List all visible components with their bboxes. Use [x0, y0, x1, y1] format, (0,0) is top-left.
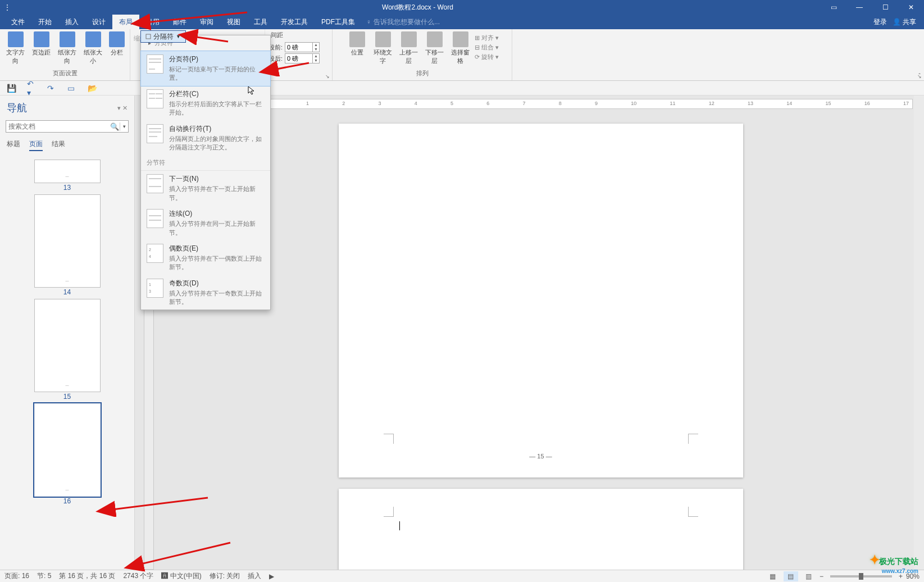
chevron-down-icon: ▼ — [176, 34, 181, 39]
save-icon[interactable]: 💾 — [7, 83, 17, 93]
menu-continuous-section[interactable]: 连续(O)插入分节符并在同一页上开始新节。 — [141, 206, 270, 240]
nav-tab-results[interactable]: 结果 — [52, 139, 65, 151]
view-web-icon[interactable]: ▥ — [802, 571, 816, 581]
collapse-ribbon-icon[interactable]: ˆ — [918, 72, 921, 79]
thumb-page-13[interactable]: — — [35, 160, 100, 183]
menu-next-page-section[interactable]: 下一页(N)插入分节符并在下一页上开始新节。 — [141, 171, 270, 206]
tab-file[interactable]: 文件 — [4, 15, 31, 29]
minimize-icon[interactable]: — — [846, 0, 872, 15]
login-link[interactable]: 登录 — [873, 17, 887, 27]
nav-search-input[interactable] — [6, 122, 109, 130]
search-icon[interactable]: 🔍 — [109, 122, 120, 131]
navigation-title: 导航 — [7, 101, 117, 115]
menu-text-wrap-break[interactable]: 自动换行符(T)分隔网页上的对象周围的文字，如分隔题注文字与正文。 — [141, 121, 270, 156]
tab-devtools[interactable]: 开发工具 — [274, 15, 315, 29]
tell-me-input[interactable]: ♀ 告诉我您想要做什么... — [366, 17, 440, 27]
menu-even-page-section[interactable]: 24 偶数页(E)插入分节符并在下一偶数页上开始新节。 — [141, 240, 270, 275]
menu-page-break[interactable]: 分页符(P)标记一页结束与下一页开始的位置。 — [140, 51, 271, 87]
open-doc-icon[interactable]: 📂 — [88, 83, 98, 93]
status-insert[interactable]: 插入 — [248, 571, 261, 581]
status-page[interactable]: 页面: 16 — [4, 571, 29, 581]
spin-up-icon[interactable]: ▲ — [313, 54, 319, 58]
send-backward-button[interactable]: 下移一层 — [423, 31, 447, 65]
zoom-level[interactable]: 90% — [906, 572, 920, 580]
status-lang[interactable]: 🅰 中文(中国) — [161, 571, 201, 581]
group-button[interactable]: ⊟ 组合 ▾ — [475, 43, 499, 52]
undo-icon[interactable]: ↶ ▾ — [27, 83, 37, 93]
bring-forward-button[interactable]: 上移一层 — [397, 31, 421, 65]
status-macro-icon[interactable]: ▶ — [269, 572, 274, 580]
status-page-of[interactable]: 第 16 页，共 16 页 — [59, 571, 115, 581]
orientation-icon — [60, 31, 75, 47]
thumb-label-14: 14 — [0, 288, 134, 296]
position-icon — [349, 31, 365, 47]
thumb-page-15[interactable]: — — [35, 299, 100, 392]
vertical-scrollbar[interactable] — [914, 96, 924, 570]
spin-up-icon[interactable]: ▲ — [313, 43, 319, 47]
tab-review[interactable]: 审阅 — [193, 15, 220, 29]
breaks-dropdown-button[interactable]: 分隔符 ▼ — [140, 30, 186, 43]
align-button[interactable]: ⊞ 对齐 ▾ — [475, 34, 499, 42]
rotate-button[interactable]: ⟳ 旋转 ▾ — [475, 53, 499, 61]
tab-layout[interactable]: 布局 — [112, 15, 139, 29]
size-button[interactable]: 纸张大小 — [81, 31, 105, 65]
thumb-page-14[interactable]: — — [35, 195, 100, 287]
spacing-before-input[interactable]: ▲▼ — [285, 42, 320, 52]
tab-references[interactable]: 引用 — [139, 15, 166, 29]
view-read-icon[interactable]: ▦ — [766, 571, 780, 581]
page-15[interactable]: — 15 — — [339, 124, 743, 478]
nav-close-icon[interactable]: ▾ ✕ — [117, 104, 128, 112]
selection-pane-button[interactable]: 选择窗格 — [449, 31, 472, 65]
spacing-after-input[interactable]: ▲▼ — [285, 53, 320, 63]
page-thumbnails: — 13 — 14 — 15 — 16 — [0, 153, 134, 570]
spin-down-icon[interactable]: ▼ — [313, 58, 319, 63]
text-direction-button[interactable]: 文字方向 — [4, 31, 28, 65]
nav-tab-headings[interactable]: 标题 — [7, 139, 20, 151]
spin-down-icon[interactable]: ▼ — [313, 47, 319, 52]
columns-button[interactable]: 分栏 — [107, 31, 126, 57]
tab-home[interactable]: 开始 — [31, 15, 58, 29]
status-section[interactable]: 节: 5 — [37, 571, 51, 581]
tab-tools[interactable]: 工具 — [247, 15, 274, 29]
wrap-text-button[interactable]: 环绕文字 — [371, 31, 395, 65]
share-icon: 👤 — [893, 18, 901, 26]
zoom-slider[interactable] — [830, 575, 892, 578]
group-page-setup-label: 页面设置 — [53, 69, 78, 78]
paragraph-launcher[interactable]: ↘ — [324, 72, 331, 79]
page-16[interactable] — [339, 489, 743, 570]
continuous-icon — [147, 209, 163, 228]
selection-pane-icon — [453, 31, 468, 47]
even-page-icon: 24 — [147, 244, 163, 263]
horizontal-ruler[interactable]: 3211234567891011121314151617 — [161, 99, 913, 109]
menu-column-break[interactable]: 分栏符(C)指示分栏符后面的文字将从下一栏开始。 — [141, 86, 270, 121]
close-icon[interactable]: ✕ — [898, 0, 924, 15]
status-word-count[interactable]: 2743 个字 — [123, 571, 153, 581]
tab-design[interactable]: 设计 — [85, 15, 112, 29]
nav-tab-pages[interactable]: 页面 — [29, 139, 43, 151]
next-page-icon — [147, 174, 163, 193]
share-button[interactable]: 👤共享 — [893, 17, 916, 27]
nav-search-box[interactable]: 🔍 ▾ — [6, 120, 129, 133]
margins-button[interactable]: 页边距 — [30, 31, 53, 57]
search-dropdown-icon[interactable]: ▾ — [120, 124, 128, 129]
new-doc-icon[interactable]: ▭ — [67, 83, 78, 93]
status-track[interactable]: 修订: 关闭 — [210, 571, 240, 581]
tab-view[interactable]: 视图 — [220, 15, 247, 29]
menu-odd-page-section[interactable]: 13 奇数页(D)插入分节符并在下一奇数页上开始新节。 — [141, 275, 270, 310]
text-wrap-break-icon — [147, 124, 163, 143]
page-footer-15: — 15 — — [339, 453, 743, 460]
tab-mailings[interactable]: 邮件 — [166, 15, 193, 29]
orientation-button[interactable]: 纸张方向 — [56, 31, 79, 65]
tab-insert[interactable]: 插入 — [58, 15, 85, 29]
qat-overflow-icon[interactable]: ⋮ — [0, 3, 15, 11]
zoom-in-button[interactable]: + — [899, 572, 903, 580]
ribbon-display-icon[interactable]: ▭ — [821, 0, 846, 15]
thumb-page-16[interactable]: — — [35, 404, 100, 496]
tab-pdftools[interactable]: PDF工具集 — [315, 15, 362, 29]
redo-icon[interactable]: ↷ — [47, 83, 57, 93]
text-cursor — [399, 521, 400, 530]
maximize-icon[interactable]: ☐ — [872, 0, 898, 15]
zoom-out-button[interactable]: − — [820, 572, 823, 580]
position-button[interactable]: 位置 — [345, 31, 369, 57]
view-print-icon[interactable]: ▤ — [784, 571, 798, 581]
